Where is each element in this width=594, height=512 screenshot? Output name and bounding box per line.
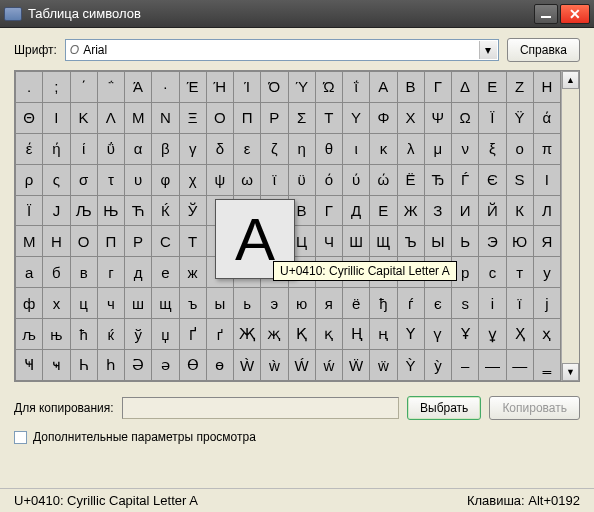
char-cell[interactable]: Ї: [16, 196, 42, 226]
char-cell[interactable]: ỳ: [425, 350, 451, 380]
scrollbar[interactable]: ▲ ▼: [561, 71, 579, 381]
char-cell[interactable]: ї: [507, 288, 533, 318]
char-cell[interactable]: Ο: [207, 103, 233, 133]
char-cell[interactable]: Ж: [398, 196, 424, 226]
char-cell[interactable]: θ: [316, 134, 342, 164]
scroll-down-button[interactable]: ▼: [562, 363, 579, 381]
char-cell[interactable]: Ќ: [152, 196, 178, 226]
char-cell[interactable]: ΰ: [98, 134, 124, 164]
char-cell[interactable]: Ί: [234, 72, 260, 102]
char-cell[interactable]: Ұ: [452, 319, 478, 349]
char-cell[interactable]: π: [534, 134, 560, 164]
char-cell[interactable]: ι: [343, 134, 369, 164]
char-cell[interactable]: Й: [479, 196, 505, 226]
char-cell[interactable]: Ν: [152, 103, 178, 133]
help-button[interactable]: Справка: [507, 38, 580, 62]
char-cell[interactable]: μ: [425, 134, 451, 164]
char-cell[interactable]: ѕ: [452, 288, 478, 318]
char-cell[interactable]: Р: [125, 226, 151, 256]
char-cell[interactable]: И: [452, 196, 478, 226]
char-cell[interactable]: г: [98, 257, 124, 287]
char-cell[interactable]: λ: [398, 134, 424, 164]
chevron-down-icon[interactable]: ▾: [479, 41, 497, 59]
char-cell[interactable]: Т: [180, 226, 206, 256]
char-cell[interactable]: З: [425, 196, 451, 226]
char-cell[interactable]: Ξ: [180, 103, 206, 133]
char-cell[interactable]: Ϊ: [479, 103, 505, 133]
char-cell[interactable]: М: [16, 226, 42, 256]
char-cell[interactable]: γ: [180, 134, 206, 164]
char-cell[interactable]: Η: [534, 72, 560, 102]
char-cell[interactable]: ң: [370, 319, 396, 349]
char-cell[interactable]: ẁ: [261, 350, 287, 380]
char-cell[interactable]: ϋ: [289, 165, 315, 195]
char-cell[interactable]: Δ: [452, 72, 478, 102]
char-cell[interactable]: –: [452, 350, 478, 380]
char-cell[interactable]: Κ: [71, 103, 97, 133]
char-cell[interactable]: Ў: [180, 196, 206, 226]
char-cell[interactable]: щ: [152, 288, 178, 318]
char-cell[interactable]: ұ: [479, 319, 505, 349]
char-cell[interactable]: ή: [43, 134, 69, 164]
char-cell[interactable]: Ә: [125, 350, 151, 380]
char-cell[interactable]: ·: [152, 72, 178, 102]
char-cell[interactable]: —: [479, 350, 505, 380]
char-cell[interactable]: Ή: [207, 72, 233, 102]
char-cell[interactable]: ί: [71, 134, 97, 164]
char-cell[interactable]: љ: [16, 319, 42, 349]
char-cell[interactable]: Ґ: [180, 319, 206, 349]
char-cell[interactable]: е: [152, 257, 178, 287]
char-cell[interactable]: Ч: [316, 226, 342, 256]
char-cell[interactable]: х: [43, 288, 69, 318]
char-cell[interactable]: ‗: [534, 350, 560, 380]
char-cell[interactable]: ϊ: [261, 165, 287, 195]
char-cell[interactable]: я: [316, 288, 342, 318]
char-cell[interactable]: ц: [71, 288, 97, 318]
char-cell[interactable]: њ: [43, 319, 69, 349]
char-cell[interactable]: Β: [398, 72, 424, 102]
char-cell[interactable]: ђ: [370, 288, 396, 318]
char-cell[interactable]: Έ: [180, 72, 206, 102]
char-cell[interactable]: ΄: [71, 72, 97, 102]
char-cell[interactable]: Ъ: [398, 226, 424, 256]
char-cell[interactable]: Ω: [452, 103, 478, 133]
char-cell[interactable]: ;: [43, 72, 69, 102]
char-cell[interactable]: ў: [125, 319, 151, 349]
char-cell[interactable]: ε: [234, 134, 260, 164]
char-cell[interactable]: ж: [180, 257, 206, 287]
char-cell[interactable]: Қ: [289, 319, 315, 349]
char-cell[interactable]: ώ: [370, 165, 396, 195]
char-cell[interactable]: χ: [180, 165, 206, 195]
char-cell[interactable]: ќ: [98, 319, 124, 349]
char-cell[interactable]: ẅ: [370, 350, 396, 380]
char-cell[interactable]: Ш: [343, 226, 369, 256]
char-cell[interactable]: є: [425, 288, 451, 318]
char-cell[interactable]: Π: [234, 103, 260, 133]
char-cell[interactable]: Ѕ: [507, 165, 533, 195]
char-cell[interactable]: Ζ: [507, 72, 533, 102]
char-cell[interactable]: ά: [534, 103, 560, 133]
char-cell[interactable]: Ҹ: [16, 350, 42, 380]
char-cell[interactable]: ё: [343, 288, 369, 318]
char-cell[interactable]: Ẃ: [289, 350, 315, 380]
char-cell[interactable]: β: [152, 134, 178, 164]
char-cell[interactable]: ј: [534, 288, 560, 318]
char-cell[interactable]: α: [125, 134, 151, 164]
char-cell[interactable]: Σ: [289, 103, 315, 133]
char-cell[interactable]: Ҳ: [507, 319, 533, 349]
char-cell[interactable]: Ө: [180, 350, 206, 380]
char-cell[interactable]: д: [125, 257, 151, 287]
char-cell[interactable]: Э: [479, 226, 505, 256]
char-cell[interactable]: і: [479, 288, 505, 318]
char-cell[interactable]: Θ: [16, 103, 42, 133]
char-cell[interactable]: ч: [98, 288, 124, 318]
char-cell[interactable]: Я: [534, 226, 560, 256]
char-cell[interactable]: ―: [507, 350, 533, 380]
char-cell[interactable]: Җ: [234, 319, 260, 349]
char-cell[interactable]: ζ: [261, 134, 287, 164]
char-cell[interactable]: κ: [370, 134, 396, 164]
char-cell[interactable]: ψ: [207, 165, 233, 195]
char-cell[interactable]: Њ: [98, 196, 124, 226]
char-cell[interactable]: җ: [261, 319, 287, 349]
char-cell[interactable]: σ: [71, 165, 97, 195]
